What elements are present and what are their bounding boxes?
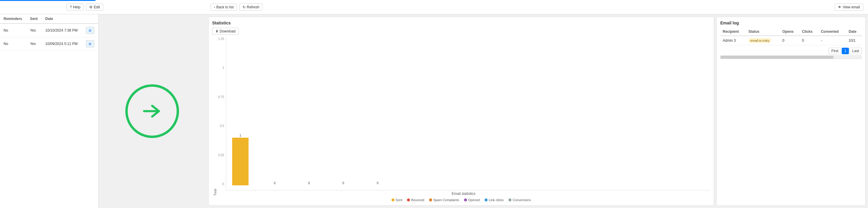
x-axis-label: Email statistics	[217, 192, 710, 196]
legend-conversions: Conversions	[508, 198, 531, 202]
email-log-panel: Email log Recipient Status Opens Clicks …	[716, 17, 866, 206]
col-reminders: Reminders	[0, 14, 26, 24]
col-date: Date	[42, 14, 82, 24]
page-1-button[interactable]: 1	[842, 48, 849, 54]
y-axis-numbers: 0 0.25 0.5 0.75 1 1.25	[217, 37, 226, 190]
chart-legend: Sent Bounced Spam Complaints Opened	[212, 198, 710, 202]
scrollbar-thumb	[721, 56, 833, 59]
reminders-table: Reminders Sent Date No Yes 10/10/2024 7:…	[0, 14, 98, 51]
log-table-row: Admin 3 email-is-risky 0 0 - 10/1	[720, 36, 862, 45]
back-icon: ‹	[214, 5, 215, 9]
legend-bounced: Bounced	[407, 198, 424, 202]
col-converted: Converted	[818, 28, 846, 36]
arrow-right-icon	[139, 98, 165, 125]
col-opens: Opens	[780, 28, 800, 36]
col-date: Date	[846, 28, 862, 36]
stats-title: Statistics	[212, 21, 710, 25]
bar-sent: 1	[232, 134, 249, 185]
email-log-title: Email log	[720, 21, 862, 25]
help-button[interactable]: ? Help	[66, 4, 84, 11]
gear-icon: ⚙	[89, 5, 93, 9]
bar-conversions: 0	[369, 181, 386, 185]
legend-dot-conversions	[508, 199, 512, 202]
arrow-circle	[125, 84, 179, 138]
legend-dot-opened	[464, 199, 467, 202]
col-status: Status	[746, 28, 780, 36]
edit-button[interactable]: ⚙ Edit	[86, 4, 103, 11]
bar-opened: 0	[335, 181, 351, 185]
legend-link-clicks: Link clicks	[485, 198, 504, 202]
table-row: No Yes 10/10/2024 7:38 PM ⊞	[0, 24, 98, 37]
download-button[interactable]: ⬇ Download	[212, 28, 239, 35]
row-action-icon-0[interactable]: ⊞	[86, 27, 94, 34]
bar-spam: 0	[301, 181, 317, 185]
email-log-table: Recipient Status Opens Clicks Converted …	[720, 28, 862, 45]
chart-bars: 1 0	[226, 37, 710, 185]
legend-spam: Spam Complaints	[429, 198, 459, 202]
pagination: First 1 Last	[720, 48, 862, 54]
legend-opened: Opened	[464, 198, 480, 202]
chart-container: Total 0 0.25 0.5 0.75 1 1.	[212, 37, 710, 196]
view-email-button[interactable]: 👁 View email	[835, 4, 863, 11]
col-recipient: Recipient	[720, 28, 746, 36]
top-bar: ? Help ⚙ Edit ‹ Back to list ↻ Refresh 👁…	[0, 0, 868, 14]
progress-bar	[0, 0, 95, 1]
right-area: Statistics ⬇ Download Total	[206, 14, 868, 208]
y-axis-label: Total	[212, 37, 217, 196]
last-page-button[interactable]: Last	[849, 48, 862, 54]
first-page-button[interactable]: First	[829, 48, 841, 54]
left-panel: Reminders Sent Date No Yes 10/10/2024 7:…	[0, 14, 98, 208]
x-axis-spacer	[226, 185, 710, 190]
eye-icon: 👁	[838, 5, 841, 9]
panels-row: Statistics ⬇ Download Total	[208, 17, 866, 206]
arrow-area	[98, 14, 206, 208]
chart-toolbar: ⬇ Download	[212, 28, 710, 35]
row-action-icon-1[interactable]: ⊞	[86, 40, 94, 47]
col-clicks: Clicks	[800, 28, 818, 36]
legend-dot-sent	[392, 199, 395, 202]
table-row: No Yes 10/09/2024 5:11 PM ⊞	[0, 37, 98, 51]
refresh-button[interactable]: ↻ Refresh	[239, 4, 262, 11]
legend-dot-link-clicks	[485, 199, 488, 202]
download-icon: ⬇	[215, 29, 218, 33]
horizontal-scrollbar[interactable]	[720, 56, 862, 59]
legend-dot-spam	[429, 199, 432, 202]
help-icon: ?	[70, 5, 72, 9]
legend-dot-bounced	[407, 199, 410, 202]
col-actions	[82, 14, 98, 24]
refresh-icon: ↻	[243, 5, 246, 9]
col-sent: Sent	[26, 14, 41, 24]
bar-bounced: 0	[267, 181, 283, 185]
legend-sent: Sent	[392, 198, 403, 202]
statistics-panel: Statistics ⬇ Download Total	[208, 17, 714, 206]
status-badge: email-is-risky	[748, 38, 771, 43]
back-to-list-button[interactable]: ‹ Back to list	[211, 4, 237, 11]
